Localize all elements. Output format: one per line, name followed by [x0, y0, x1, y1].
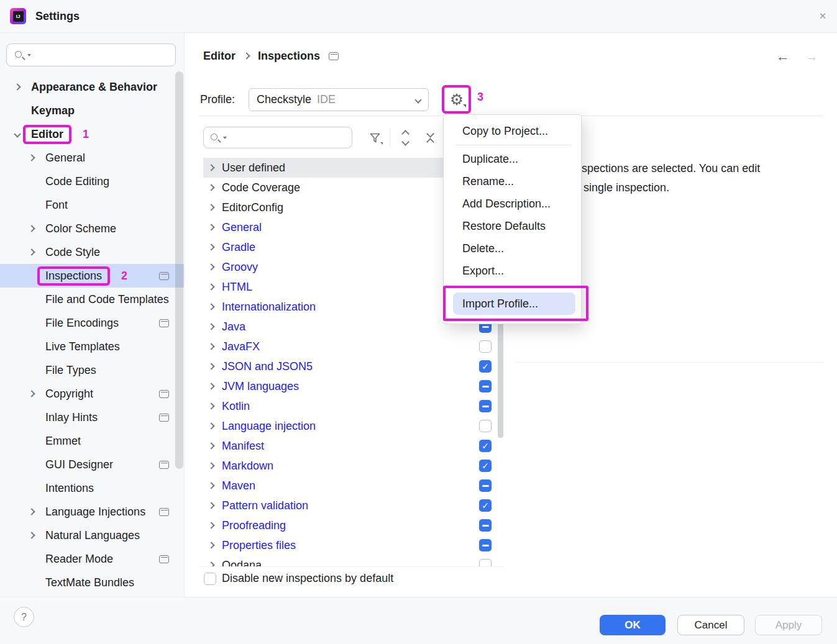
tree-row-language-injection[interactable]: Language injection — [203, 416, 498, 436]
menu-item-delete-[interactable]: Delete... — [444, 237, 581, 260]
sidebar-item-label: Language Injections — [45, 506, 145, 519]
sidebar-item-intentions[interactable]: Intentions — [0, 476, 184, 500]
sidebar-item-inlay-hints[interactable]: Inlay Hints — [0, 406, 184, 429]
tree-row-proofreading[interactable]: Proofreading — [203, 515, 498, 535]
filter-icon[interactable] — [366, 129, 385, 147]
inspections-search-input[interactable] — [229, 130, 376, 145]
tree-row-label: Markdown — [222, 460, 273, 473]
sidebar-item-label: Emmet — [45, 435, 81, 448]
sidebar-item-gui-designer[interactable]: GUI Designer — [0, 453, 184, 476]
sidebar-item-file-and-code-templates[interactable]: File and Code Templates — [0, 288, 184, 311]
tree-row-checkbox[interactable] — [479, 380, 492, 392]
sidebar-item-live-templates[interactable]: Live Templates — [0, 335, 184, 358]
tree-row-manifest[interactable]: Manifest — [203, 436, 498, 456]
menu-item-add-description-[interactable]: Add Description... — [444, 193, 581, 215]
tree-row-checkbox[interactable] — [479, 479, 492, 492]
tree-row-label: JSON and JSON5 — [222, 360, 313, 373]
search-input[interactable] — [34, 48, 180, 62]
tree-row-maven[interactable]: Maven — [203, 476, 498, 496]
chevron-right-icon — [208, 343, 214, 350]
expand-all-icon[interactable] — [396, 129, 414, 147]
tree-row-checkbox[interactable] — [479, 460, 492, 472]
tree-row-checkbox[interactable] — [479, 420, 492, 432]
disable-new-inspections-row: Disable new inspections by default — [204, 572, 393, 585]
sidebar-scrollbar[interactable] — [175, 71, 183, 469]
tree-row-qodana[interactable]: Qodana — [203, 555, 498, 566]
sidebar-item-editor[interactable]: Editor1 — [0, 122, 184, 146]
tree-scrollbar[interactable] — [498, 320, 503, 438]
chevron-right-icon — [208, 283, 214, 290]
inspections-search-field[interactable] — [203, 127, 352, 148]
settings-search-field[interactable] — [6, 43, 176, 66]
tree-row-pattern-validation[interactable]: Pattern validation — [203, 496, 498, 515]
tree-row-checkbox[interactable] — [479, 519, 492, 532]
sidebar-item-code-style[interactable]: Code Style — [0, 240, 184, 264]
menu-item-rename-[interactable]: Rename... — [444, 170, 581, 193]
sidebar-item-label: Inspections — [40, 269, 107, 283]
window-title: Settings — [35, 10, 80, 23]
sidebar-item-font[interactable]: Font — [0, 193, 184, 217]
close-icon[interactable]: ✕ — [813, 7, 832, 25]
tree-row-properties-files[interactable]: Properties files — [203, 535, 498, 555]
tree-row-checkbox[interactable] — [479, 559, 492, 566]
sidebar-item-keymap[interactable]: Keymap — [0, 99, 184, 122]
chevron-down-icon — [414, 96, 421, 103]
tree-row-checkbox[interactable] — [479, 539, 492, 551]
menu-item-restore-defaults[interactable]: Restore Defaults — [444, 215, 581, 237]
chevron-right-icon — [208, 502, 214, 509]
sidebar-item-inspections[interactable]: Inspections2 — [0, 264, 184, 288]
tree-row-label: General — [222, 221, 262, 234]
tree-row-json-and-json5[interactable]: JSON and JSON5 — [203, 356, 498, 376]
sidebar-item-natural-languages[interactable]: Natural Languages — [0, 524, 184, 547]
apply-button: Apply — [755, 615, 822, 635]
annotation-number-1: 1 — [83, 128, 89, 141]
breadcrumb: Editor Inspections — [203, 47, 339, 65]
tree-row-label: Manifest — [222, 440, 264, 453]
menu-item-export-[interactable]: Export... — [444, 260, 581, 282]
sidebar-item-file-types[interactable]: File Types — [0, 358, 184, 382]
profile-label: Profile: — [200, 93, 235, 106]
disable-new-inspections-checkbox[interactable] — [204, 573, 216, 585]
breadcrumb-editor[interactable]: Editor — [203, 50, 236, 63]
tree-row-label: Java — [222, 320, 245, 333]
ok-button[interactable]: OK — [600, 615, 665, 635]
sidebar-item-emmet[interactable]: Emmet — [0, 429, 184, 453]
search-history-caret-icon — [223, 137, 227, 139]
sidebar-item-textmate-bundles[interactable]: TextMate Bundles — [0, 571, 184, 594]
tree-row-checkbox[interactable] — [479, 440, 492, 452]
annotation-number-3: 3 — [477, 91, 483, 104]
cancel-button[interactable]: Cancel — [677, 615, 744, 635]
help-icon[interactable]: ? — [14, 607, 34, 627]
chevron-right-icon — [208, 442, 214, 449]
sidebar-item-code-editing[interactable]: Code Editing — [0, 170, 184, 193]
search-icon — [14, 49, 26, 61]
back-arrow-icon[interactable]: ← — [776, 48, 790, 65]
sidebar-item-label: Code Style — [45, 246, 100, 259]
sidebar-item-file-encodings[interactable]: File Encodings — [0, 311, 184, 335]
menu-item-duplicate-[interactable]: Duplicate... — [444, 148, 581, 170]
tree-row-checkbox[interactable] — [479, 400, 492, 412]
profile-dropdown[interactable]: Checkstyle IDE — [249, 88, 429, 111]
tree-row-markdown[interactable]: Markdown — [203, 456, 498, 476]
project-settings-icon — [329, 52, 339, 60]
tree-row-label: Code Coverage — [222, 181, 300, 194]
profile-gear-menu: Copy to Project...Duplicate...Rename...A… — [443, 114, 582, 324]
sidebar-item-appearance-behavior[interactable]: Appearance & Behavior — [0, 75, 184, 99]
sidebar-item-label: Live Templates — [45, 340, 120, 353]
sidebar-item-copyright[interactable]: Copyright — [0, 382, 184, 406]
tree-row-jvm-languages[interactable]: JVM languages — [203, 376, 498, 396]
gear-icon[interactable]: ⚙ — [446, 88, 468, 111]
sidebar-item-reader-mode[interactable]: Reader Mode — [0, 547, 184, 571]
menu-item-import-profile-[interactable]: Import Profile... — [453, 293, 575, 315]
sidebar-item-color-scheme[interactable]: Color Scheme — [0, 217, 184, 240]
sidebar-item-general[interactable]: General — [0, 146, 184, 170]
tree-row-kotlin[interactable]: Kotlin — [203, 396, 498, 416]
search-icon — [209, 132, 222, 144]
tree-row-checkbox[interactable] — [479, 360, 492, 373]
tree-row-javafx[interactable]: JavaFX — [203, 337, 498, 356]
sidebar-item-language-injections[interactable]: Language Injections — [0, 500, 184, 524]
tree-row-checkbox[interactable] — [479, 340, 492, 353]
tree-row-checkbox[interactable] — [479, 499, 492, 512]
menu-item-copy-to-project-[interactable]: Copy to Project... — [444, 120, 581, 142]
collapse-all-icon[interactable] — [421, 129, 439, 147]
